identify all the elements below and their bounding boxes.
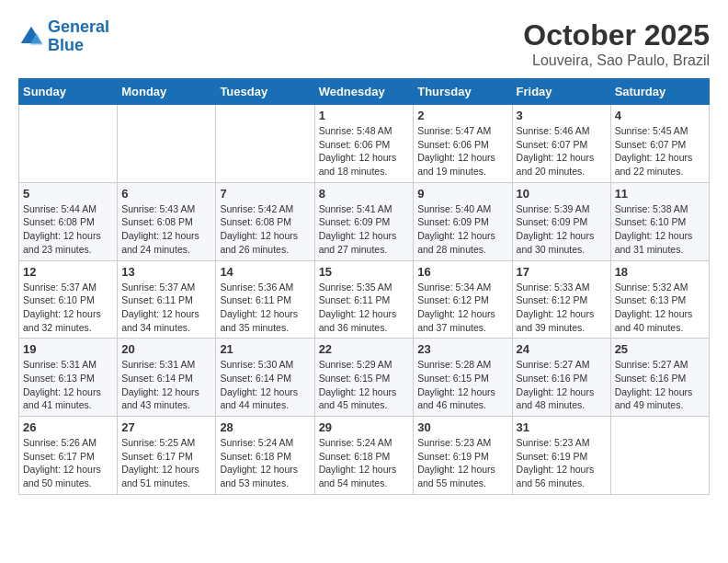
weekday-header-tuesday: Tuesday: [216, 79, 314, 105]
weekday-header-friday: Friday: [512, 79, 610, 105]
calendar-cell: 6Sunrise: 5:43 AM Sunset: 6:08 PM Daylig…: [118, 182, 216, 260]
logo-text: General Blue: [48, 18, 109, 55]
weekday-header-saturday: Saturday: [610, 79, 709, 105]
calendar-cell: 29Sunrise: 5:24 AM Sunset: 6:18 PM Dayli…: [314, 417, 414, 495]
day-number: 18: [615, 265, 705, 279]
day-number: 7: [220, 187, 310, 201]
day-number: 26: [23, 420, 113, 434]
calendar-cell: 23Sunrise: 5:28 AM Sunset: 6:15 PM Dayli…: [414, 339, 512, 417]
day-number: 9: [417, 187, 507, 201]
calendar-cell: 25Sunrise: 5:27 AM Sunset: 6:16 PM Dayli…: [610, 339, 709, 417]
day-info: Sunrise: 5:41 AM Sunset: 6:09 PM Dayligh…: [319, 202, 410, 257]
day-number: 25: [615, 342, 705, 356]
calendar-cell: 1Sunrise: 5:48 AM Sunset: 6:06 PM Daylig…: [314, 105, 414, 183]
weekday-header-sunday: Sunday: [19, 79, 118, 105]
day-info: Sunrise: 5:27 AM Sunset: 6:16 PM Dayligh…: [615, 358, 705, 412]
day-number: 3: [517, 109, 607, 122]
day-number: 22: [319, 342, 410, 356]
day-info: Sunrise: 5:26 AM Sunset: 6:17 PM Dayligh…: [23, 436, 113, 490]
calendar-week-5: 26Sunrise: 5:26 AM Sunset: 6:17 PM Dayli…: [19, 417, 710, 495]
day-number: 12: [23, 265, 113, 279]
day-info: Sunrise: 5:34 AM Sunset: 6:12 PM Dayligh…: [417, 281, 507, 335]
day-info: Sunrise: 5:29 AM Sunset: 6:15 PM Dayligh…: [319, 358, 410, 412]
weekday-header-thursday: Thursday: [414, 79, 512, 105]
calendar-cell: 14Sunrise: 5:36 AM Sunset: 6:11 PM Dayli…: [216, 260, 314, 339]
calendar-cell: 13Sunrise: 5:37 AM Sunset: 6:11 PM Dayli…: [118, 260, 216, 339]
calendar-cell: 20Sunrise: 5:31 AM Sunset: 6:14 PM Dayli…: [118, 339, 216, 417]
day-number: 16: [417, 265, 507, 279]
day-info: Sunrise: 5:40 AM Sunset: 6:09 PM Dayligh…: [417, 202, 507, 257]
day-number: 6: [121, 187, 211, 201]
day-info: Sunrise: 5:46 AM Sunset: 6:07 PM Dayligh…: [517, 124, 607, 178]
day-number: 29: [319, 420, 410, 434]
calendar-cell: 24Sunrise: 5:27 AM Sunset: 6:16 PM Dayli…: [512, 339, 610, 417]
day-number: 4: [615, 109, 705, 122]
calendar-week-1: 1Sunrise: 5:48 AM Sunset: 6:06 PM Daylig…: [19, 105, 710, 183]
day-number: 2: [417, 109, 507, 122]
weekday-header-monday: Monday: [118, 79, 216, 105]
calendar-cell: 28Sunrise: 5:24 AM Sunset: 6:18 PM Dayli…: [216, 417, 314, 495]
calendar-cell: 31Sunrise: 5:23 AM Sunset: 6:19 PM Dayli…: [512, 417, 610, 495]
calendar-cell: [216, 105, 314, 183]
calendar-week-3: 12Sunrise: 5:37 AM Sunset: 6:10 PM Dayli…: [19, 260, 710, 339]
calendar-cell: 18Sunrise: 5:32 AM Sunset: 6:13 PM Dayli…: [610, 260, 709, 339]
day-info: Sunrise: 5:36 AM Sunset: 6:11 PM Dayligh…: [220, 281, 310, 335]
calendar-cell: 26Sunrise: 5:26 AM Sunset: 6:17 PM Dayli…: [19, 417, 118, 495]
day-number: 31: [517, 420, 607, 434]
calendar-cell: 11Sunrise: 5:38 AM Sunset: 6:10 PM Dayli…: [610, 182, 709, 260]
calendar-cell: 4Sunrise: 5:45 AM Sunset: 6:07 PM Daylig…: [610, 105, 709, 183]
weekday-header-row: SundayMondayTuesdayWednesdayThursdayFrid…: [19, 79, 710, 105]
calendar-cell: 7Sunrise: 5:42 AM Sunset: 6:08 PM Daylig…: [216, 182, 314, 260]
day-number: 14: [220, 265, 310, 279]
calendar-cell: [610, 417, 709, 495]
calendar-cell: 12Sunrise: 5:37 AM Sunset: 6:10 PM Dayli…: [19, 260, 118, 339]
calendar-cell: 19Sunrise: 5:31 AM Sunset: 6:13 PM Dayli…: [19, 339, 118, 417]
day-info: Sunrise: 5:30 AM Sunset: 6:14 PM Dayligh…: [220, 358, 310, 412]
day-number: 8: [319, 187, 410, 201]
day-info: Sunrise: 5:45 AM Sunset: 6:07 PM Dayligh…: [615, 124, 705, 178]
day-info: Sunrise: 5:27 AM Sunset: 6:16 PM Dayligh…: [517, 358, 607, 412]
calendar-cell: 15Sunrise: 5:35 AM Sunset: 6:11 PM Dayli…: [314, 260, 414, 339]
day-info: Sunrise: 5:24 AM Sunset: 6:18 PM Dayligh…: [220, 436, 310, 490]
day-number: 30: [417, 420, 507, 434]
day-number: 17: [517, 265, 607, 279]
calendar-cell: 22Sunrise: 5:29 AM Sunset: 6:15 PM Dayli…: [314, 339, 414, 417]
calendar-cell: 30Sunrise: 5:23 AM Sunset: 6:19 PM Dayli…: [414, 417, 512, 495]
calendar-cell: 10Sunrise: 5:39 AM Sunset: 6:09 PM Dayli…: [512, 182, 610, 260]
day-number: 1: [319, 109, 410, 122]
day-info: Sunrise: 5:44 AM Sunset: 6:08 PM Dayligh…: [23, 202, 113, 257]
calendar-cell: 27Sunrise: 5:25 AM Sunset: 6:17 PM Dayli…: [118, 417, 216, 495]
calendar-cell: 5Sunrise: 5:44 AM Sunset: 6:08 PM Daylig…: [19, 182, 118, 260]
day-info: Sunrise: 5:35 AM Sunset: 6:11 PM Dayligh…: [319, 281, 410, 335]
day-number: 13: [121, 265, 211, 279]
calendar-cell: [19, 105, 118, 183]
page-header: General Blue October 2025 Louveira, Sao …: [18, 18, 710, 69]
logo-line2: Blue: [48, 36, 84, 54]
logo: General Blue: [18, 18, 109, 55]
day-number: 24: [517, 342, 607, 356]
month-title: October 2025: [523, 18, 710, 52]
weekday-header-wednesday: Wednesday: [314, 79, 414, 105]
calendar-cell: 21Sunrise: 5:30 AM Sunset: 6:14 PM Dayli…: [216, 339, 314, 417]
calendar-cell: 8Sunrise: 5:41 AM Sunset: 6:09 PM Daylig…: [314, 182, 414, 260]
day-info: Sunrise: 5:42 AM Sunset: 6:08 PM Dayligh…: [220, 202, 310, 257]
day-number: 27: [121, 420, 211, 434]
day-info: Sunrise: 5:23 AM Sunset: 6:19 PM Dayligh…: [417, 436, 507, 490]
location-subtitle: Louveira, Sao Paulo, Brazil: [523, 52, 710, 69]
day-info: Sunrise: 5:28 AM Sunset: 6:15 PM Dayligh…: [417, 358, 507, 412]
day-info: Sunrise: 5:24 AM Sunset: 6:18 PM Dayligh…: [319, 436, 410, 490]
day-number: 10: [517, 187, 607, 201]
calendar-week-4: 19Sunrise: 5:31 AM Sunset: 6:13 PM Dayli…: [19, 339, 710, 417]
day-info: Sunrise: 5:23 AM Sunset: 6:19 PM Dayligh…: [517, 436, 607, 490]
day-info: Sunrise: 5:37 AM Sunset: 6:10 PM Dayligh…: [23, 281, 113, 335]
calendar-cell: 3Sunrise: 5:46 AM Sunset: 6:07 PM Daylig…: [512, 105, 610, 183]
day-number: 19: [23, 342, 113, 356]
day-number: 15: [319, 265, 410, 279]
day-info: Sunrise: 5:47 AM Sunset: 6:06 PM Dayligh…: [417, 124, 507, 178]
day-number: 21: [220, 342, 310, 356]
calendar-cell: 17Sunrise: 5:33 AM Sunset: 6:12 PM Dayli…: [512, 260, 610, 339]
day-info: Sunrise: 5:38 AM Sunset: 6:10 PM Dayligh…: [615, 202, 705, 257]
day-info: Sunrise: 5:25 AM Sunset: 6:17 PM Dayligh…: [121, 436, 211, 490]
day-number: 5: [23, 187, 113, 201]
day-info: Sunrise: 5:33 AM Sunset: 6:12 PM Dayligh…: [517, 281, 607, 335]
